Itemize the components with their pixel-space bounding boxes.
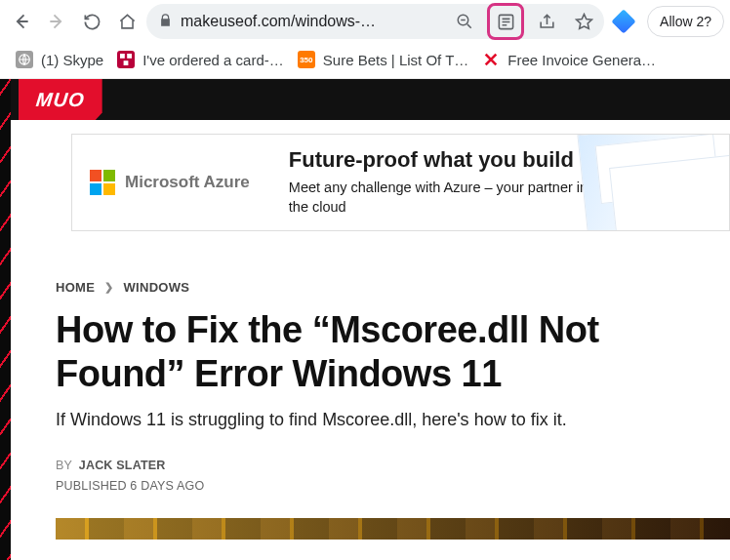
nav-forward-button[interactable]: [41, 6, 72, 37]
breadcrumb-home[interactable]: HOME: [56, 280, 95, 295]
allow-permissions-pill[interactable]: Allow 2?: [647, 6, 724, 37]
diamond-icon: [611, 9, 635, 33]
ad-headline: Future-proof what you build: [289, 147, 591, 173]
bookmark-sure-bets[interactable]: 350 Sure Bets | List Of T…: [298, 51, 469, 68]
svg-rect-5: [124, 60, 129, 65]
ad-subhead: Meet any challenge with Azure – your par…: [289, 179, 591, 217]
bookmark-label: Free Invoice Genera…: [507, 52, 656, 68]
breadcrumb: HOME ❯ WINDOWS: [56, 280, 730, 295]
bookmark-free-invoice[interactable]: Free Invoice Genera…: [482, 51, 656, 68]
article-headline: How to Fix the “Mscoree.dll Not Found” E…: [56, 308, 730, 396]
site-logo-text: MUO: [35, 89, 86, 111]
reader-mode-highlight: [487, 3, 524, 40]
microsoft-logo-icon: [90, 170, 115, 195]
bookmark-label: I've ordered a card-…: [142, 52, 284, 68]
article-meta: BY JACK SLATER PUBLISHED 6 DAYS AGO: [56, 456, 730, 498]
zoom-button[interactable]: [450, 7, 479, 36]
350-icon: 350: [298, 51, 315, 68]
svg-rect-3: [120, 54, 125, 59]
globe-icon: [16, 51, 33, 68]
published-label: PUBLISHED 6 DAYS AGO: [56, 476, 730, 497]
site-header: MUO: [11, 79, 730, 120]
ad-banner[interactable]: Microsoft Azure Future-proof what you bu…: [71, 134, 730, 231]
byline-prefix: BY: [56, 459, 72, 472]
ad-graphic: [577, 134, 730, 231]
lock-icon: [158, 13, 173, 31]
arrow-right-icon: [47, 12, 66, 31]
share-icon: [538, 13, 556, 31]
star-icon: [575, 13, 593, 31]
reader-mode-icon: [497, 13, 515, 31]
bookmark-label: (1) Skype: [41, 52, 103, 68]
chevron-right-icon: ❯: [104, 281, 113, 294]
zoom-out-icon: [456, 13, 473, 30]
site-logo[interactable]: MUO: [19, 79, 102, 120]
omnibox[interactable]: makeuseof.com/windows-…: [146, 4, 604, 39]
bookmark-star-button[interactable]: [569, 7, 598, 36]
arrow-left-icon: [12, 12, 31, 31]
article-dek: If Windows 11 is struggling to find Msco…: [56, 410, 730, 430]
page-content: MUO Microsoft Azure Future-proof what yo…: [11, 79, 730, 560]
x-red-icon: [482, 51, 500, 68]
reload-icon: [83, 13, 101, 31]
share-button[interactable]: [532, 7, 561, 36]
author-link[interactable]: JACK SLATER: [79, 459, 166, 472]
bookmark-skype[interactable]: (1) Skype: [16, 51, 103, 68]
nav-reload-button[interactable]: [76, 6, 107, 37]
ad-copy: Future-proof what you build Meet any cha…: [289, 147, 591, 217]
home-icon: [118, 13, 137, 31]
page-viewport: MUO Microsoft Azure Future-proof what yo…: [0, 79, 730, 560]
bookmark-label: Sure Bets | List Of T…: [323, 52, 469, 68]
browser-toolbar: makeuseof.com/windows-… Allow 2?: [0, 0, 730, 45]
bookmark-ordered-card[interactable]: I've ordered a card-…: [117, 51, 284, 68]
omnibox-url: makeuseof.com/windows-…: [181, 13, 442, 30]
article: HOME ❯ WINDOWS How to Fix the “Mscoree.d…: [11, 247, 730, 540]
article-hero-image: [56, 518, 730, 540]
nav-home-button[interactable]: [111, 6, 142, 37]
svg-rect-4: [127, 54, 132, 59]
nav-back-button[interactable]: [6, 6, 37, 37]
natwest-icon: [117, 51, 135, 68]
bookmarks-bar: (1) Skype I've ordered a card-… 350 Sure…: [0, 45, 730, 79]
breadcrumb-section[interactable]: WINDOWS: [124, 280, 190, 295]
ad-slot: Microsoft Azure Future-proof what you bu…: [11, 120, 730, 247]
reader-mode-button[interactable]: [491, 7, 520, 36]
background-edge-strip: [0, 79, 11, 560]
extension-brave-icon[interactable]: [608, 6, 639, 37]
ad-brand: Microsoft Azure: [125, 173, 250, 192]
